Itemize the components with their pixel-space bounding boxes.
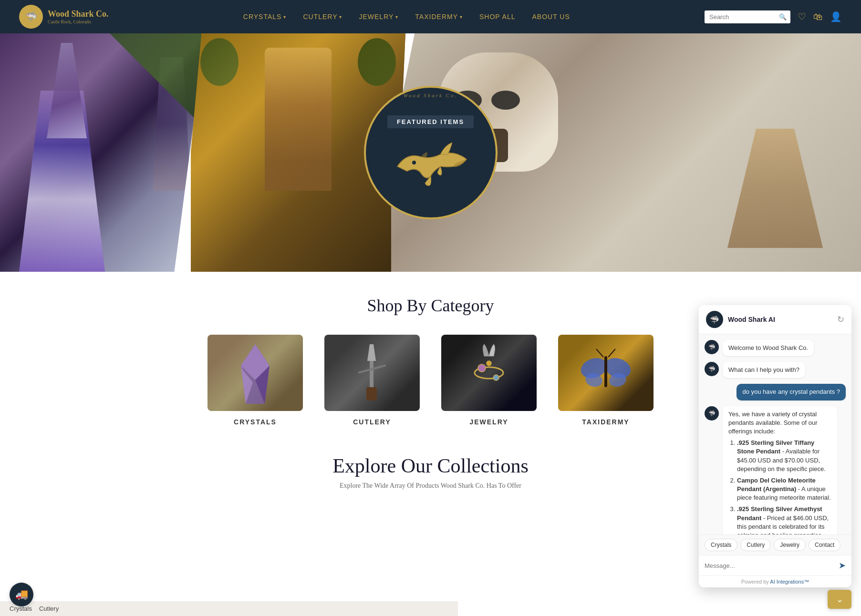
jewelry-svg — [465, 342, 513, 404]
logo[interactable]: 🦈 Wood Shark Co. Castle Rock, Colorado — [19, 5, 109, 29]
featured-circle-container[interactable]: Wood Shark Co. FEATURED ITEMS — [364, 86, 498, 219]
category-img-taxidermy — [558, 335, 654, 411]
hero-section: Wood Shark Co. FEATURED ITEMS — [0, 33, 861, 272]
category-item-taxidermy[interactable]: TAXIDERMY — [553, 335, 658, 426]
category-img-crystals — [207, 335, 303, 411]
chat-widget: 🦈 Wood Shark AI ↻ 🦈 Welcome to Wood Shar… — [699, 305, 851, 509]
bot-bubble-1: Welcome to Wood Shark Co. — [723, 340, 814, 356]
category-item-crystals[interactable]: CRYSTALS — [203, 335, 308, 426]
nav-links: CRYSTALS ▾ CUTLERY ▾ JEWELRY ▾ TAXIDERMY… — [243, 13, 570, 21]
bot-response-list: .925 Sterling Silver Tiffany Stone Penda… — [728, 439, 831, 509]
svg-line-19 — [608, 349, 615, 357]
bot-avatar-2: 🦈 — [705, 362, 719, 376]
svg-rect-17 — [604, 356, 607, 387]
svg-point-10 — [478, 364, 486, 372]
navbar: 🦈 Wood Shark Co. Castle Rock, Colorado C… — [0, 0, 861, 33]
svg-rect-7 — [366, 387, 377, 400]
cutlery-thumbnail — [324, 335, 420, 411]
category-item-jewelry[interactable]: JEWELRY — [436, 335, 541, 426]
cutlery-label: CUTLERY — [353, 418, 391, 426]
nav-crystals[interactable]: CRYSTALS ▾ — [243, 13, 287, 21]
chat-header-left: 🦈 Wood Shark AI — [706, 311, 775, 328]
shark-logo — [393, 133, 469, 190]
category-img-cutlery — [324, 335, 420, 411]
user-bubble-1: do you have any crystal pendants ? — [737, 384, 846, 400]
logo-icon: 🦈 — [19, 5, 43, 29]
nav-jewelry[interactable]: JEWELRY ▾ — [359, 13, 398, 21]
svg-point-0 — [412, 161, 416, 164]
crystals-label: CRYSTALS — [234, 418, 277, 426]
nav-about-us[interactable]: ABOUT US — [532, 13, 570, 21]
chat-header: 🦈 Wood Shark AI ↻ — [699, 305, 851, 334]
svg-line-18 — [596, 349, 603, 357]
crystals-thumbnail — [207, 335, 303, 411]
jewelry-thumbnail — [441, 335, 537, 411]
nav-right: 🔍 ♡ 🛍 👤 — [705, 10, 842, 23]
bot-bubble-3: Yes, we have a variety of crystal pendan… — [723, 406, 837, 509]
featured-items-badge: FEATURED ITEMS — [387, 115, 474, 128]
nav-shop-all[interactable]: SHOP ALL — [479, 13, 515, 21]
bot-response-intro: Yes, we have a variety of crystal pendan… — [728, 411, 817, 435]
bot-list-item-2: Campo Del Cielo Meteorite Pendant (Argen… — [737, 476, 831, 503]
bag-icon[interactable]: 🛍 — [813, 11, 823, 22]
chat-bot-name: Wood Shark AI — [728, 316, 775, 323]
svg-point-11 — [493, 375, 499, 380]
chat-message-4: 🦈 Yes, we have a variety of crystal pend… — [705, 406, 846, 509]
circle-brand-text: Wood Shark Co. — [404, 92, 457, 98]
nav-cutlery[interactable]: CUTLERY ▾ — [303, 13, 342, 21]
bot-bubble-2: What can I help you with? — [723, 362, 805, 378]
chat-message-2: 🦈 What can I help you with? — [705, 362, 846, 378]
svg-point-12 — [487, 361, 491, 366]
search-input[interactable] — [705, 10, 790, 23]
svg-marker-6 — [367, 344, 376, 361]
jewelry-label: JEWELRY — [469, 418, 508, 426]
user-icon[interactable]: 👤 — [830, 11, 842, 22]
nav-taxidermy[interactable]: TAXIDERMY ▾ — [415, 13, 463, 21]
chat-bot-avatar: 🦈 — [706, 311, 723, 328]
search-wrapper: 🔍 — [705, 10, 790, 23]
buddha-figure — [265, 48, 332, 191]
crystals-svg — [236, 342, 274, 404]
chat-message-1: 🦈 Welcome to Wood Shark Co. — [705, 340, 846, 356]
taxidermy-label: TAXIDERMY — [582, 418, 629, 426]
taxidermy-thumbnail — [558, 335, 654, 411]
buddha-foliage-l — [200, 38, 239, 86]
site-tagline: Castle Rock, Colorado — [48, 19, 109, 24]
bot-list-item-1: .925 Sterling Silver Tiffany Stone Penda… — [737, 439, 831, 473]
bot-list-item-3: .925 Sterling Silver Amethyst Pendant - … — [737, 505, 831, 509]
chat-refresh-button[interactable]: ↻ — [837, 314, 844, 325]
category-img-jewelry — [441, 335, 537, 411]
chat-message-3: do you have any crystal pendants ? — [705, 384, 846, 400]
hero-crystal-panel — [0, 33, 205, 272]
buddha-foliage-r — [358, 38, 396, 86]
search-icon[interactable]: 🔍 — [779, 13, 787, 21]
cutlery-svg — [348, 342, 396, 404]
featured-circle: Wood Shark Co. FEATURED ITEMS — [364, 86, 498, 219]
taxidermy-svg — [577, 342, 634, 404]
chat-messages-container: 🦈 Welcome to Wood Shark Co. 🦈 What can I… — [699, 334, 851, 509]
category-item-cutlery[interactable]: CUTLERY — [320, 335, 425, 426]
bot-avatar-3: 🦈 — [705, 406, 719, 421]
heart-icon[interactable]: ♡ — [798, 11, 806, 22]
bot-avatar-1: 🦈 — [705, 340, 719, 354]
site-name: Wood Shark Co. — [48, 9, 109, 20]
